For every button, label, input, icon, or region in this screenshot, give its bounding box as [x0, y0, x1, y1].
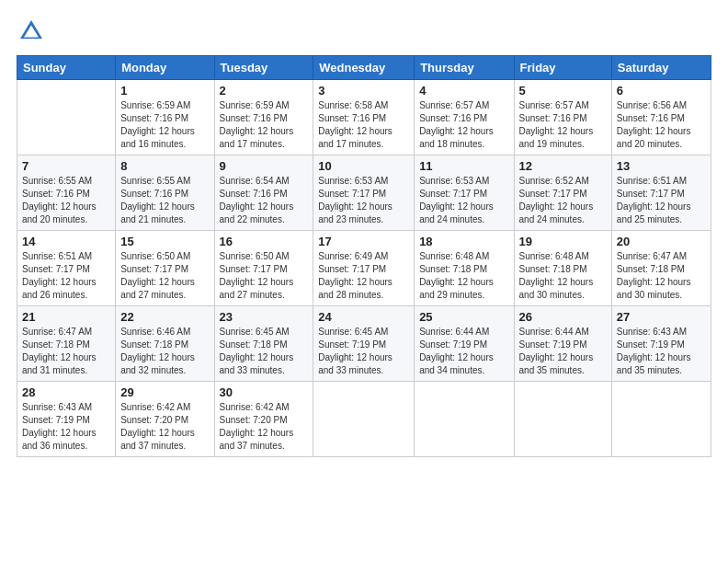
week-row-4: 21Sunrise: 6:47 AM Sunset: 7:18 PM Dayli…: [17, 306, 711, 382]
day-cell: 29Sunrise: 6:42 AM Sunset: 7:20 PM Dayli…: [116, 382, 214, 457]
day-info: Sunrise: 6:59 AM Sunset: 7:16 PM Dayligh…: [120, 99, 209, 151]
day-info: Sunrise: 6:53 AM Sunset: 7:17 PM Dayligh…: [318, 175, 409, 226]
day-cell: [611, 382, 711, 457]
weekday-thursday: Thursday: [415, 56, 514, 80]
day-cell: 9Sunrise: 6:54 AM Sunset: 7:16 PM Daylig…: [214, 155, 313, 231]
day-info: Sunrise: 6:55 AM Sunset: 7:16 PM Dayligh…: [22, 175, 110, 226]
day-info: Sunrise: 6:45 AM Sunset: 7:18 PM Dayligh…: [220, 326, 309, 377]
day-info: Sunrise: 6:44 AM Sunset: 7:19 PM Dayligh…: [519, 326, 607, 377]
day-number: 26: [519, 310, 607, 324]
day-number: 18: [419, 235, 508, 248]
day-info: Sunrise: 6:50 AM Sunset: 7:17 PM Dayligh…: [120, 250, 209, 302]
day-info: Sunrise: 6:49 AM Sunset: 7:17 PM Dayligh…: [318, 250, 409, 302]
day-info: Sunrise: 6:58 AM Sunset: 7:16 PM Dayligh…: [318, 99, 409, 151]
day-cell: 12Sunrise: 6:52 AM Sunset: 7:17 PM Dayli…: [514, 155, 611, 231]
day-cell: 11Sunrise: 6:53 AM Sunset: 7:17 PM Dayli…: [415, 155, 514, 231]
day-cell: 20Sunrise: 6:47 AM Sunset: 7:18 PM Dayli…: [611, 231, 711, 306]
weekday-saturday: Saturday: [611, 56, 711, 80]
day-number: 7: [22, 159, 110, 173]
day-cell: 25Sunrise: 6:44 AM Sunset: 7:19 PM Dayli…: [415, 306, 514, 382]
day-cell: 19Sunrise: 6:48 AM Sunset: 7:18 PM Dayli…: [514, 231, 611, 306]
day-cell: 30Sunrise: 6:42 AM Sunset: 7:20 PM Dayli…: [214, 382, 313, 457]
day-number: 20: [617, 235, 706, 248]
weekday-tuesday: Tuesday: [214, 56, 313, 80]
day-cell: 3Sunrise: 6:58 AM Sunset: 7:16 PM Daylig…: [313, 80, 415, 155]
day-number: 13: [617, 159, 706, 173]
day-number: 1: [120, 84, 209, 98]
day-number: 10: [318, 159, 409, 173]
week-row-3: 14Sunrise: 6:51 AM Sunset: 7:17 PM Dayli…: [17, 231, 711, 306]
day-cell: 18Sunrise: 6:48 AM Sunset: 7:18 PM Dayli…: [415, 231, 514, 306]
day-info: Sunrise: 6:45 AM Sunset: 7:19 PM Dayligh…: [318, 326, 409, 377]
weekday-friday: Friday: [514, 56, 611, 80]
day-number: 30: [220, 385, 309, 399]
day-cell: 1Sunrise: 6:59 AM Sunset: 7:16 PM Daylig…: [116, 80, 214, 155]
day-info: Sunrise: 6:48 AM Sunset: 7:18 PM Dayligh…: [419, 250, 508, 302]
day-info: Sunrise: 6:53 AM Sunset: 7:17 PM Dayligh…: [419, 175, 508, 226]
day-cell: [514, 382, 611, 457]
day-info: Sunrise: 6:55 AM Sunset: 7:16 PM Dayligh…: [120, 175, 209, 226]
day-cell: [17, 80, 116, 155]
day-number: 21: [22, 310, 110, 324]
day-info: Sunrise: 6:50 AM Sunset: 7:17 PM Dayligh…: [220, 250, 309, 302]
day-info: Sunrise: 6:59 AM Sunset: 7:16 PM Dayligh…: [220, 99, 309, 151]
week-row-5: 28Sunrise: 6:43 AM Sunset: 7:19 PM Dayli…: [17, 382, 711, 457]
day-cell: 14Sunrise: 6:51 AM Sunset: 7:17 PM Dayli…: [17, 231, 116, 306]
week-row-2: 7Sunrise: 6:55 AM Sunset: 7:16 PM Daylig…: [17, 155, 711, 231]
week-row-1: 1Sunrise: 6:59 AM Sunset: 7:16 PM Daylig…: [17, 80, 711, 155]
day-info: Sunrise: 6:48 AM Sunset: 7:18 PM Dayligh…: [519, 250, 607, 302]
day-cell: 8Sunrise: 6:55 AM Sunset: 7:16 PM Daylig…: [116, 155, 214, 231]
day-cell: 13Sunrise: 6:51 AM Sunset: 7:17 PM Dayli…: [611, 155, 711, 231]
day-number: 27: [617, 310, 706, 324]
day-number: 22: [120, 310, 209, 324]
day-cell: 26Sunrise: 6:44 AM Sunset: 7:19 PM Dayli…: [514, 306, 611, 382]
calendar-table: SundayMondayTuesdayWednesdayThursdayFrid…: [17, 55, 711, 457]
day-info: Sunrise: 6:54 AM Sunset: 7:16 PM Dayligh…: [220, 175, 309, 226]
day-number: 5: [519, 84, 607, 98]
day-cell: 7Sunrise: 6:55 AM Sunset: 7:16 PM Daylig…: [17, 155, 116, 231]
day-info: Sunrise: 6:42 AM Sunset: 7:20 PM Dayligh…: [220, 401, 309, 453]
weekday-wednesday: Wednesday: [313, 56, 415, 80]
day-number: 25: [419, 310, 508, 324]
day-number: 29: [120, 385, 209, 399]
day-number: 11: [419, 159, 508, 173]
day-number: 15: [120, 235, 209, 248]
day-info: Sunrise: 6:47 AM Sunset: 7:18 PM Dayligh…: [617, 250, 706, 302]
day-number: 12: [519, 159, 607, 173]
day-info: Sunrise: 6:57 AM Sunset: 7:16 PM Dayligh…: [519, 99, 607, 151]
day-info: Sunrise: 6:51 AM Sunset: 7:17 PM Dayligh…: [617, 175, 706, 226]
day-cell: 4Sunrise: 6:57 AM Sunset: 7:16 PM Daylig…: [415, 80, 514, 155]
day-cell: 28Sunrise: 6:43 AM Sunset: 7:19 PM Dayli…: [17, 382, 116, 457]
logo-icon: [17, 17, 46, 46]
day-cell: 15Sunrise: 6:50 AM Sunset: 7:17 PM Dayli…: [116, 231, 214, 306]
day-number: 8: [120, 159, 209, 173]
weekday-header-row: SundayMondayTuesdayWednesdayThursdayFrid…: [17, 56, 711, 80]
day-number: 28: [22, 385, 110, 399]
day-cell: 22Sunrise: 6:46 AM Sunset: 7:18 PM Dayli…: [116, 306, 214, 382]
day-number: 17: [318, 235, 409, 248]
day-info: Sunrise: 6:43 AM Sunset: 7:19 PM Dayligh…: [22, 401, 110, 453]
weekday-monday: Monday: [116, 56, 214, 80]
day-number: 2: [220, 84, 309, 98]
day-number: 19: [519, 235, 607, 248]
day-cell: 16Sunrise: 6:50 AM Sunset: 7:17 PM Dayli…: [214, 231, 313, 306]
day-number: 24: [318, 310, 409, 324]
header: [17, 17, 711, 46]
day-number: 6: [617, 84, 706, 98]
day-cell: 17Sunrise: 6:49 AM Sunset: 7:17 PM Dayli…: [313, 231, 415, 306]
day-info: Sunrise: 6:57 AM Sunset: 7:16 PM Dayligh…: [419, 99, 508, 151]
day-cell: 27Sunrise: 6:43 AM Sunset: 7:19 PM Dayli…: [611, 306, 711, 382]
day-number: 16: [220, 235, 309, 248]
day-cell: [313, 382, 415, 457]
day-info: Sunrise: 6:47 AM Sunset: 7:18 PM Dayligh…: [22, 326, 110, 377]
logo: [17, 17, 50, 46]
day-number: 9: [220, 159, 309, 173]
day-cell: 23Sunrise: 6:45 AM Sunset: 7:18 PM Dayli…: [214, 306, 313, 382]
page: SundayMondayTuesdayWednesdayThursdayFrid…: [0, 0, 728, 563]
day-cell: 21Sunrise: 6:47 AM Sunset: 7:18 PM Dayli…: [17, 306, 116, 382]
day-info: Sunrise: 6:51 AM Sunset: 7:17 PM Dayligh…: [22, 250, 110, 302]
day-cell: 2Sunrise: 6:59 AM Sunset: 7:16 PM Daylig…: [214, 80, 313, 155]
day-number: 23: [220, 310, 309, 324]
day-cell: 5Sunrise: 6:57 AM Sunset: 7:16 PM Daylig…: [514, 80, 611, 155]
day-cell: 6Sunrise: 6:56 AM Sunset: 7:16 PM Daylig…: [611, 80, 711, 155]
